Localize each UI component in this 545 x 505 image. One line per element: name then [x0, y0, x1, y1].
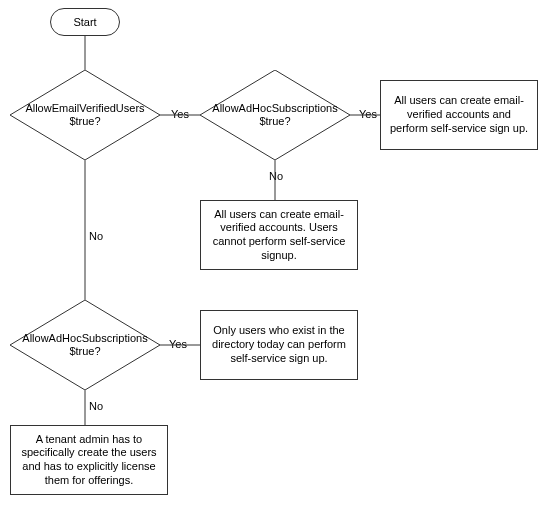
start-node: Start — [50, 8, 120, 36]
outcome-box-no-selfservice: All users can create email-verified acco… — [200, 200, 358, 270]
edge-label-yes-1: Yes — [170, 108, 190, 120]
outcome-box-admin-create: A tenant admin has to specifically creat… — [10, 425, 168, 495]
decision-3-label: AllowAdHocSubscriptions $true? — [10, 300, 160, 390]
edge-d1-d3 — [84, 160, 86, 300]
edge-label-no-1: No — [268, 170, 284, 182]
outcome-box-existing-users: Only users who exist in the directory to… — [200, 310, 358, 380]
edge-d3-box4 — [84, 390, 86, 425]
edge-label-no-2: No — [88, 230, 104, 242]
edge-label-yes-2: Yes — [358, 108, 378, 120]
edge-label-no-3: No — [88, 400, 104, 412]
outcome-box-all-users-selfservice: All users can create email-verified acco… — [380, 80, 538, 150]
decision-1-label: AllowEmailVerifiedUsers $true? — [10, 70, 160, 160]
decision-2-label: AllowAdHocSubscriptions $true? — [200, 70, 350, 160]
decision-allow-adhoc-2: AllowAdHocSubscriptions $true? — [10, 300, 160, 390]
edge-start-d1 — [84, 36, 86, 70]
decision-allow-email-verified: AllowEmailVerifiedUsers $true? — [10, 70, 160, 160]
edge-label-yes-3: Yes — [168, 338, 188, 350]
decision-allow-adhoc-1: AllowAdHocSubscriptions $true? — [200, 70, 350, 160]
